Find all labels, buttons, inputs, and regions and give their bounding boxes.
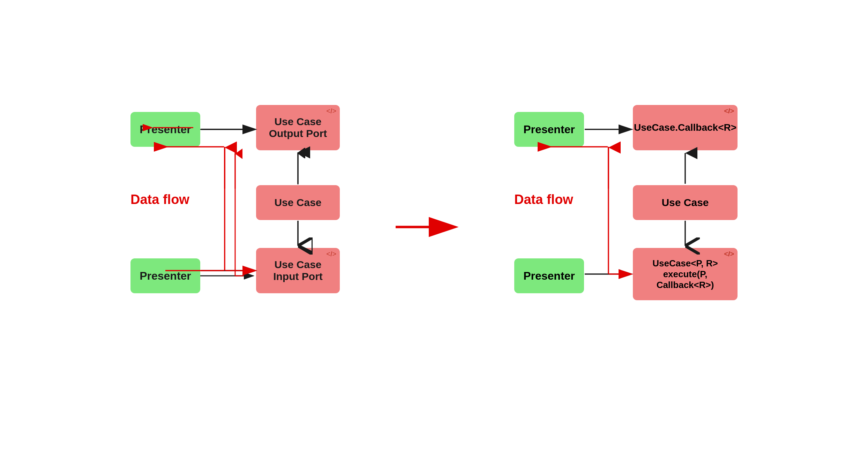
- use-case-node-2: Use Case: [633, 185, 738, 220]
- data-flow-label-1: Data flow: [130, 192, 189, 207]
- transition-arrow: [396, 217, 458, 237]
- use-case-node-1: Use Case: [256, 185, 340, 220]
- execute-badge: <I>: [724, 250, 734, 258]
- diagram-2: Presenter Presenter <I> UseCase.Callback…: [500, 70, 751, 384]
- execute-node: <I> UseCase<P, R>execute(P, Callback<R>): [633, 248, 738, 300]
- usecase-callback-node: <I> UseCase.Callback<R>: [633, 105, 738, 150]
- presenter-top-1: Presenter: [130, 112, 200, 147]
- input-port-node: <I> Use CaseInput Port: [256, 248, 340, 293]
- use-case-1-label: Use Case: [274, 197, 321, 209]
- usecase-callback-label: UseCase.Callback<R>: [634, 122, 736, 133]
- diagram-1: Presenter Presenter <I> Use CaseOutput P…: [117, 70, 354, 384]
- presenter-bottom-2: Presenter: [514, 258, 584, 293]
- presenter-bottom-1: Presenter: [130, 258, 200, 293]
- callback-badge: <I>: [724, 107, 734, 115]
- presenter-top-2: Presenter: [514, 112, 584, 147]
- use-case-2-label: Use Case: [661, 197, 709, 209]
- output-port-node: <I> Use CaseOutput Port: [256, 105, 340, 150]
- input-port-badge: <I>: [326, 250, 336, 258]
- output-port-badge: <I>: [326, 107, 336, 115]
- transition-arrow-svg: [396, 217, 458, 237]
- main-container: Presenter Presenter <I> Use CaseOutput P…: [0, 0, 868, 454]
- presenter-bottom-1-label: Presenter: [140, 270, 191, 282]
- presenter-top-1-label: Presenter: [140, 123, 191, 136]
- data-flow-label-2: Data flow: [514, 192, 573, 207]
- presenter-top-2-label: Presenter: [523, 123, 575, 136]
- presenter-bottom-2-label: Presenter: [523, 270, 575, 282]
